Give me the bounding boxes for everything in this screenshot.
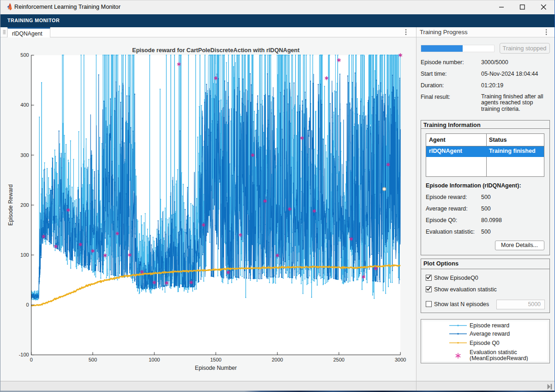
svg-text:0: 0 (26, 302, 29, 308)
svg-text:Episode Q0: Episode Q0 (470, 340, 500, 346)
svg-text:200: 200 (20, 202, 29, 208)
svg-text:3000: 3000 (395, 357, 406, 362)
svg-text:2500: 2500 (333, 357, 344, 362)
svg-text:-100: -100 (19, 352, 29, 357)
svg-text:100: 100 (20, 252, 29, 258)
svg-text:500: 500 (20, 52, 29, 58)
svg-text:1500: 1500 (210, 357, 221, 362)
svg-text:2000: 2000 (271, 357, 283, 362)
svg-text:400: 400 (20, 102, 29, 108)
svg-text:Evaluation statistic: Evaluation statistic (470, 349, 517, 356)
svg-text:500: 500 (89, 357, 97, 362)
svg-text:(MeanEpisodeReward): (MeanEpisodeReward) (470, 355, 528, 362)
svg-text:Episode Reward: Episode Reward (7, 184, 14, 225)
svg-text:300: 300 (20, 152, 29, 158)
svg-text:Episode reward for CartPoleDis: Episode reward for CartPoleDiscreteActio… (132, 47, 300, 54)
svg-text:1000: 1000 (149, 357, 160, 362)
svg-text:Episode Number: Episode Number (195, 365, 237, 371)
svg-text:0: 0 (30, 357, 33, 362)
svg-text:Episode reward: Episode reward (470, 322, 509, 329)
svg-text:Average reward: Average reward (470, 331, 510, 337)
